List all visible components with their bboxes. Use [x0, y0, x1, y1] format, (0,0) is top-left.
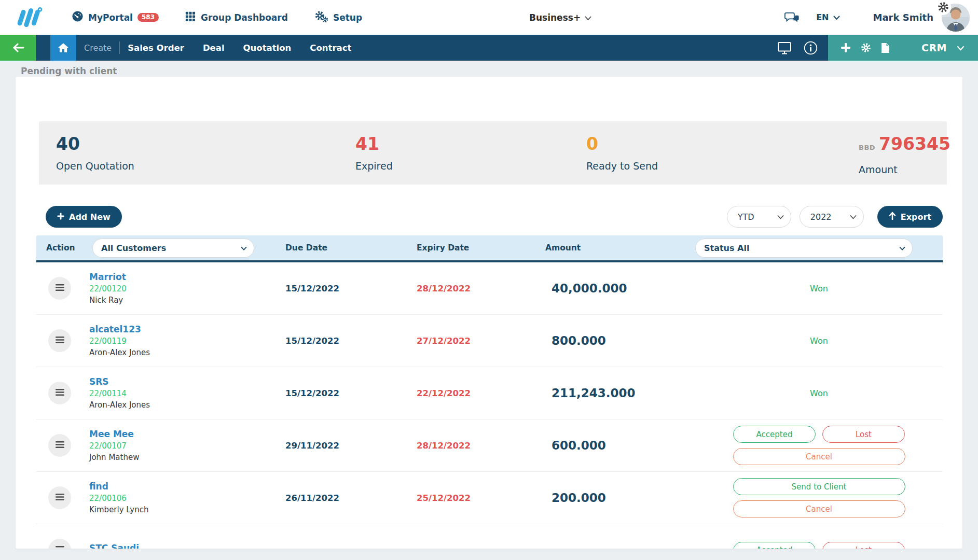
- nav-menu: Sales Order Deal Quotation Contract: [128, 43, 351, 53]
- table-row: find 22/00106 Kimberly Lynch 26/11/2022 …: [36, 472, 943, 524]
- customer-name-link[interactable]: alcatel123: [89, 324, 280, 334]
- year-select-wrap: 2022: [800, 206, 864, 228]
- gear-icon[interactable]: [861, 43, 871, 53]
- contact-name: Kimberly Lynch: [89, 505, 280, 514]
- row-action-button-cancel[interactable]: Cancel: [733, 448, 905, 465]
- customer-name-link[interactable]: Mee Mee: [89, 429, 280, 439]
- quotation-number: 22/00120: [89, 284, 280, 293]
- module-selector-label[interactable]: CRM: [921, 42, 947, 53]
- row-action-button-lost[interactable]: Lost: [822, 426, 905, 443]
- stat-label: Expired: [355, 160, 393, 172]
- due-date: 15/12/2022: [280, 388, 394, 398]
- row-menu-button[interactable]: [48, 329, 71, 352]
- back-arrow-icon[interactable]: [0, 35, 36, 61]
- nav-item-myportal[interactable]: MyPortal 583: [72, 10, 159, 24]
- nav-item-group-dashboard[interactable]: Group Dashboard: [185, 11, 288, 24]
- customer-name-link[interactable]: SRS: [89, 376, 280, 387]
- export-button[interactable]: Export: [877, 206, 943, 228]
- status-cell: AcceptedLostCancel: [695, 426, 943, 465]
- period-select-wrap: YTD: [727, 206, 791, 228]
- monitor-icon[interactable]: [777, 41, 792, 54]
- row-menu-button[interactable]: [48, 486, 71, 509]
- home-icon[interactable]: [50, 35, 76, 61]
- nav-item-contract[interactable]: Contract: [310, 43, 351, 53]
- nav-item-label: Setup: [333, 12, 362, 23]
- stat-open-quotation: 40 Open Quotation: [56, 135, 134, 172]
- expiry-date: 22/12/2022: [394, 388, 534, 398]
- hamburger-icon: [56, 494, 64, 502]
- quotation-number: 22/00106: [89, 494, 280, 503]
- export-arrow-icon: [889, 212, 896, 222]
- grid-icon: [185, 11, 196, 24]
- table-row: alcatel123 22/00119 Aron-Alex Jones 15/1…: [36, 315, 943, 367]
- expiry-date: 28/12/2022: [394, 441, 534, 451]
- row-menu-button[interactable]: [48, 539, 71, 549]
- customer-name-link[interactable]: find: [89, 481, 280, 492]
- stat-value: 40: [56, 135, 134, 153]
- quotation-number: 22/00119: [89, 337, 280, 346]
- module-navbar: Create Sales Order Deal Quotation Contra…: [0, 35, 978, 61]
- module-actions: CRM: [828, 35, 978, 61]
- stat-label: Amount: [859, 164, 951, 175]
- status-filter-wrap: Status All: [695, 239, 913, 258]
- nav-item-sales-order[interactable]: Sales Order: [128, 43, 184, 53]
- user-name: Mark Smith: [873, 12, 933, 23]
- add-new-button[interactable]: Add New: [46, 206, 122, 228]
- amount-value: 800.000: [534, 334, 695, 347]
- chevron-down-icon[interactable]: [957, 43, 965, 53]
- contact-name: Aron-Alex Jones: [89, 400, 280, 410]
- status-cell: Won: [695, 336, 943, 346]
- stat-value: 796345: [879, 134, 951, 154]
- column-header-expiry-date: Expiry Date: [394, 243, 534, 253]
- amount-value: 40,000.000: [534, 282, 695, 295]
- contact-name: John Mathew: [89, 453, 280, 462]
- row-action-button-cancel[interactable]: Cancel: [733, 500, 905, 517]
- status-cell: Won: [695, 388, 943, 398]
- row-action-button-send-to-client[interactable]: Send to Client: [733, 478, 905, 495]
- info-icon[interactable]: [804, 41, 818, 55]
- expiry-date: 25/12/2022: [394, 493, 534, 503]
- nav-item-quotation[interactable]: Quotation: [243, 43, 292, 53]
- nav-item-deal[interactable]: Deal: [203, 43, 225, 53]
- row-menu-button[interactable]: [48, 382, 71, 404]
- chat-icon[interactable]: [784, 11, 800, 24]
- hamburger-icon: [56, 337, 64, 345]
- status-won-label: Won: [810, 388, 828, 398]
- business-plus-dropdown[interactable]: Business+: [529, 0, 591, 35]
- table-body: Marriot 22/00120 Nick Ray 15/12/2022 28/…: [36, 262, 943, 549]
- navbar-icons: [777, 41, 818, 55]
- plus-icon[interactable]: [841, 43, 851, 53]
- row-action-button-accepted[interactable]: Accepted: [733, 542, 816, 549]
- chevron-down-icon: [585, 12, 591, 23]
- row-menu-button[interactable]: [48, 277, 71, 300]
- row-action-button-accepted[interactable]: Accepted: [733, 426, 816, 443]
- row-action-button-lost[interactable]: Lost: [822, 542, 905, 549]
- customer-filter-wrap: All Customers: [92, 239, 254, 258]
- status-filter-select[interactable]: Status All: [695, 239, 913, 258]
- document-icon[interactable]: [881, 43, 890, 53]
- stat-expired: 41 Expired: [355, 135, 393, 172]
- status-won-label: Won: [810, 336, 828, 346]
- nav-item-setup[interactable]: Setup: [314, 10, 362, 25]
- user-menu[interactable]: [942, 4, 970, 32]
- nav-item-label: MyPortal: [88, 12, 133, 23]
- due-date: 15/12/2022: [280, 284, 394, 293]
- row-menu-button[interactable]: [48, 434, 71, 457]
- year-select[interactable]: 2022: [800, 206, 864, 228]
- language-label: EN: [816, 12, 829, 22]
- hamburger-icon: [56, 546, 64, 549]
- top-nav: MyPortal 583 Group Dashboard Setup: [72, 10, 362, 25]
- due-date: 29/11/2022: [280, 441, 394, 451]
- language-dropdown[interactable]: EN: [816, 12, 839, 22]
- hamburger-icon: [56, 284, 64, 292]
- customer-name-link[interactable]: STC Saudi: [89, 543, 280, 549]
- period-select[interactable]: YTD: [727, 206, 791, 228]
- stat-value: 0: [586, 135, 658, 153]
- w-logo-icon: [16, 6, 44, 29]
- settings-gear-icon[interactable]: [935, 0, 951, 15]
- column-header-action: Action: [36, 243, 83, 253]
- amount-value: 211,243.000: [534, 386, 695, 400]
- nav-create-label: Create: [84, 43, 112, 53]
- customer-name-link[interactable]: Marriot: [89, 272, 280, 282]
- customer-filter-select[interactable]: All Customers: [92, 239, 254, 258]
